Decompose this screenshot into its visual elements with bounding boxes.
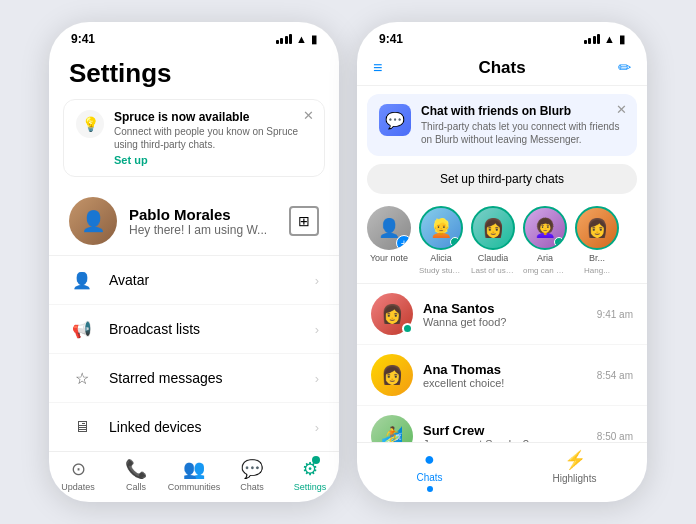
signal-icon [584,34,601,44]
chats-bottom-nav: ● Chats ⚡ Highlights [357,442,647,502]
stories-row: 👤 + Your note 👱 Alicia Study study! 👩 Cl… [357,202,647,284]
wifi-icon: ▲ [604,33,615,45]
avatar-img: 🏄 [371,415,413,442]
chat-preview: Wanna get food? [423,316,587,328]
menu-item-linked[interactable]: 🖥 Linked devices › [49,403,339,451]
settings-icon: ⚙ [302,458,318,480]
qr-icon[interactable]: ⊞ [289,206,319,236]
communities-icon: 👥 [183,458,205,480]
nav-communities[interactable]: 👥 Communities [165,458,223,492]
battery-icon: ▮ [619,33,625,46]
menu-item-starred[interactable]: ☆ Starred messages › [49,354,339,403]
profile-section[interactable]: 👤 Pablo Morales Hey there! I am using W.… [49,187,339,256]
story-avatar-note: 👤 + [367,206,411,250]
status-icons-left: ▲ ▮ [276,33,317,46]
chevron-icon: › [315,273,319,288]
chevron-icon: › [315,322,319,337]
nav-chats-tab[interactable]: ● Chats [357,449,502,492]
page-title: Settings [49,50,339,99]
online-dot [402,323,413,334]
story-br[interactable]: 👩 Br... Hang... [575,206,619,275]
add-story-button[interactable]: + [396,235,411,250]
story-label: Alicia [430,253,452,263]
menu-label: Linked devices [109,419,301,435]
time-left: 9:41 [71,32,95,46]
wifi-icon: ▲ [296,33,307,45]
avatar-icon: 👤 [69,267,95,293]
nav-settings[interactable]: ⚙ Settings [281,458,339,492]
online-indicator [554,237,564,247]
chat-time: 8:54 am [597,370,633,381]
close-promo-button[interactable]: ✕ [616,102,627,117]
story-aria[interactable]: 👩‍🦱 Aria omg can w... [523,206,567,275]
avatar-img: 👩 [371,354,413,396]
nav-chats[interactable]: 💬 Chats [223,458,281,492]
spruce-icon: 💡 [76,110,104,138]
menu-item-avatar[interactable]: 👤 Avatar › [49,256,339,305]
nav-label: Communities [168,482,221,492]
story-sublabel: Last of us episode 3... [471,266,515,275]
story-label: Aria [537,253,553,263]
broadcast-icon: 📢 [69,316,95,342]
time-right: 9:41 [379,32,403,46]
nav-calls[interactable]: 📞 Calls [107,458,165,492]
nav-label: Updates [61,482,95,492]
chat-details: Ana Thomas excellent choice! [423,362,587,389]
chats-tab-icon: ● [424,449,435,470]
menu-label: Avatar [109,272,301,288]
chat-avatar: 👩 [371,293,413,335]
chat-details: Ana Santos Wanna get food? [423,301,587,328]
menu-label: Broadcast lists [109,321,301,337]
notification-banner: 💡 Spruce is now available Connect with p… [63,99,325,177]
story-your-note[interactable]: 👤 + Your note [367,206,411,275]
nav-highlights-tab[interactable]: ⚡ Highlights [502,449,647,492]
chat-item-ana-santos[interactable]: 👩 Ana Santos Wanna get food? 9:41 am [357,284,647,345]
avatar: 👤 [69,197,117,245]
nav-label: Calls [126,482,146,492]
chats-nav-label: Chats [416,472,442,483]
highlights-tab-icon: ⚡ [564,449,586,471]
chevron-icon: › [315,371,319,386]
devices-icon: 🖥 [69,414,95,440]
setup-link[interactable]: Set up [114,154,312,166]
chat-name: Ana Santos [423,301,587,316]
story-sublabel: omg can w... [523,266,567,275]
calls-icon: 📞 [125,458,147,480]
story-alicia[interactable]: 👱 Alicia Study study! [419,206,463,275]
promo-text: Chat with friends on Blurb Third-party c… [421,104,625,146]
status-bar-right: 9:41 ▲ ▮ [357,22,647,50]
nav-updates[interactable]: ⊙ Updates [49,458,107,492]
nav-label: Settings [294,482,327,492]
menu-item-broadcast[interactable]: 📢 Broadcast lists › [49,305,339,354]
chat-item-ana-thomas[interactable]: 👩 Ana Thomas excellent choice! 8:54 am [357,345,647,406]
close-banner-button[interactable]: ✕ [303,108,314,123]
signal-icon [276,34,293,44]
story-sublabel: Study study! [419,266,463,275]
chat-name: Surf Crew [423,423,587,438]
setup-thirdparty-button[interactable]: Set up third-party chats [367,164,637,194]
chat-list: 👩 Ana Santos Wanna get food? 9:41 am 👩 A… [357,284,647,442]
battery-icon: ▮ [311,33,317,46]
promo-banner: 💬 Chat with friends on Blurb Third-party… [367,94,637,156]
chat-time: 8:50 am [597,431,633,442]
notif-desc: Connect with people you know on Spruce u… [114,125,312,151]
promo-title: Chat with friends on Blurb [421,104,625,118]
notif-title: Spruce is now available [114,110,312,124]
chat-item-surf-crew[interactable]: 🏄 Surf Crew James: next Sunday? 8:50 am [357,406,647,442]
settings-content: Settings 💡 Spruce is now available Conne… [49,50,339,451]
profile-info: Pablo Morales Hey there! I am using W... [129,206,277,237]
notif-text: Spruce is now available Connect with peo… [114,110,312,166]
story-claudia[interactable]: 👩 Claudia Last of us episode 3... [471,206,515,275]
chat-preview: excellent choice! [423,377,587,389]
chat-name: Ana Thomas [423,362,587,377]
chevron-icon: › [315,420,319,435]
blurb-icon: 💬 [379,104,411,136]
promo-desc: Third-party chats let you connect with f… [421,120,625,146]
profile-name: Pablo Morales [129,206,277,223]
menu-label: Starred messages [109,370,301,386]
chats-title: Chats [478,58,525,78]
edit-icon[interactable]: ✏ [618,58,631,77]
menu-icon[interactable]: ≡ [373,59,382,77]
chats-icon: 💬 [241,458,263,480]
story-avatar-claudia: 👩 [471,206,515,250]
